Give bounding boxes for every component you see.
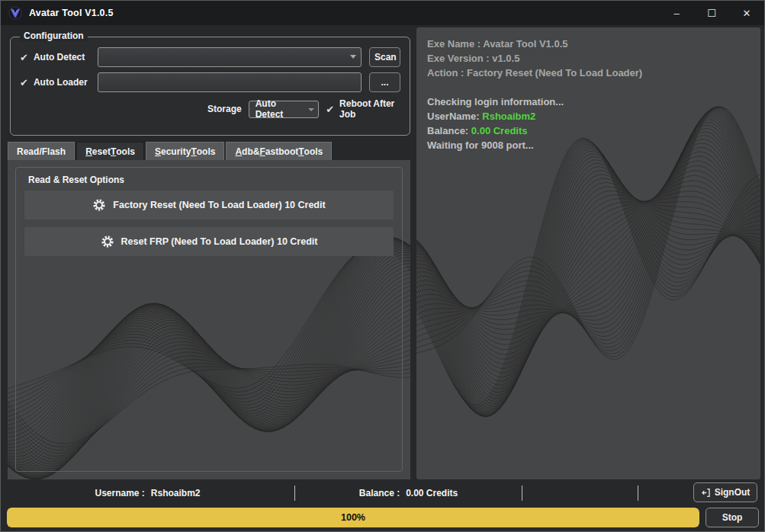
status-username-value: Rshoaibm2 [151,488,201,498]
tab-security-tools[interactable]: Security Tools [146,142,225,160]
storage-label: Storage [207,104,242,114]
close-button[interactable]: ✕ [729,1,764,25]
log-output: Exe Name : Avatar Tool V1.0.5Exe Version… [427,37,753,152]
configuration-group: Configuration ✔ Auto Detect Scan ✔ Auto … [10,37,410,136]
signout-label: SignOut [715,487,751,498]
window-title: Avatar Tool V1.0.5 [29,8,114,18]
tab-read-flash[interactable]: Read / Flash [8,142,75,160]
log-line: Exe Name : Avatar Tool V1.0.5 [427,37,753,51]
auto-detect-label: Auto Detect [34,52,85,62]
auto-loader-label: Auto Loader [34,77,88,88]
log-line: Exe Version : v1.0.5 [427,51,753,66]
log-panel: Exe Name : Avatar Tool V1.0.5Exe Version… [416,27,760,479]
factory-reset-label: Factory Reset (Need To Load Loader) 10 C… [113,200,325,210]
loader-path-field[interactable] [98,72,362,92]
status-username-label: Username : [95,488,144,498]
log-line [427,80,753,95]
check-icon: ✔ [20,78,28,88]
status-bar: Username : Rshoaibm2 Balance : 0.00 Cred… [1,482,764,503]
gear-icon [101,235,114,248]
check-icon: ✔ [20,53,28,62]
tab-reset-tools[interactable]: Reset Tools [76,142,144,160]
log-line: Checking login information... [427,95,753,109]
chevron-down-icon [308,108,314,111]
read-reset-options-label: Read & Reset Options [28,175,124,185]
log-line: Waiting for 9008 port... [427,138,753,152]
gear-icon [92,198,106,212]
signout-button[interactable]: SignOut [693,482,757,502]
read-reset-options-group: Read & Reset Options Factory Reset (Need… [15,167,403,472]
configuration-legend: Configuration [20,30,88,41]
window-controls: – ☐ ✕ [659,1,764,25]
progress-bar: 100% [7,508,699,527]
maximize-button[interactable]: ☐ [694,1,729,25]
tab-adb-fastboot-tools[interactable]: Adb & Fastboot Tools [226,142,332,160]
reset-tools-pane: Read & Reset Options Factory Reset (Need… [8,160,410,479]
status-balance-value: 0.00 Credits [406,488,458,498]
check-icon: ✔ [326,104,334,114]
status-balance-label: Balance : [359,488,400,498]
signout-icon [701,488,711,498]
storage-value: Auto Detect [256,98,304,120]
scan-button[interactable]: Scan [369,47,400,67]
browse-loader-button[interactable]: ... [369,72,400,92]
titlebar: Avatar Tool V1.0.5 – ☐ ✕ [1,1,764,25]
reset-frp-button[interactable]: Reset FRP (Need To Load Loader) 10 Credi… [24,227,394,256]
auto-loader-checkbox[interactable]: ✔ Auto Loader [20,77,98,88]
log-line: UserName: Rshoaibm2 [427,109,753,123]
chevron-down-icon [350,55,356,59]
tab-bar: Read / FlashReset ToolsSecurity ToolsAdb… [8,142,332,160]
reset-frp-label: Reset FRP (Need To Load Loader) 10 Credi… [121,236,318,247]
device-combobox[interactable] [98,47,362,67]
storage-dropdown[interactable]: Auto Detect [249,101,319,118]
factory-reset-button[interactable]: Factory Reset (Need To Load Loader) 10 C… [24,191,394,220]
app-window: Avatar Tool V1.0.5 – ☐ ✕ Configuration ✔… [0,0,765,532]
status-separator [638,486,638,501]
reboot-after-job-checkbox[interactable]: ✔ Reboot After Job [326,98,410,120]
progress-percent: 100% [7,508,699,527]
log-line: Action : Factory Reset (Need To Load Loa… [427,66,753,80]
minimize-button[interactable]: – [659,1,694,25]
auto-detect-checkbox[interactable]: ✔ Auto Detect [20,52,98,62]
app-logo-icon [8,6,22,20]
reboot-after-job-label: Reboot After Job [339,98,410,120]
log-line: Balance: 0.00 Credits [427,123,753,138]
stop-button[interactable]: Stop [706,508,759,527]
